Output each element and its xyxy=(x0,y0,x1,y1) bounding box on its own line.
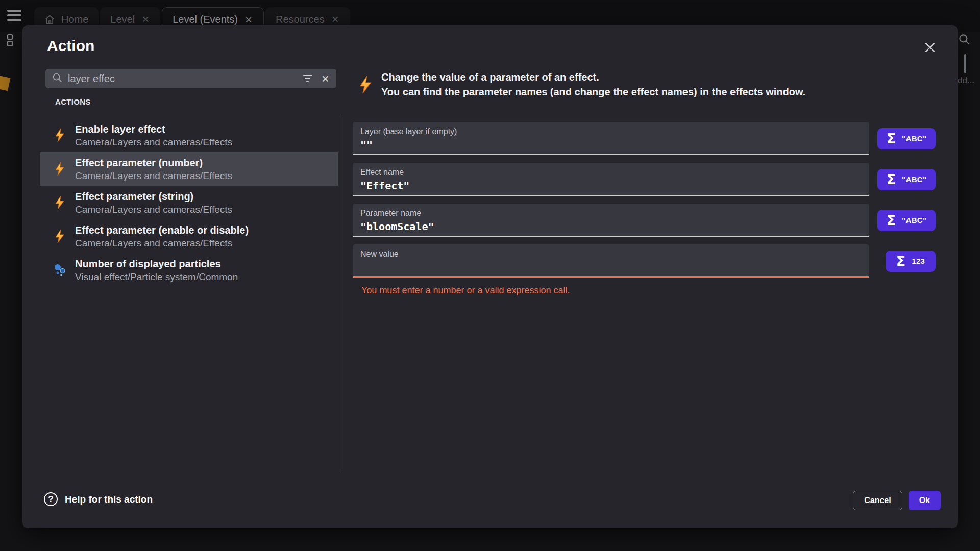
sigma-icon: Σ xyxy=(887,132,896,145)
action-list-item[interactable]: Effect parameter (number)Camera/Layers a… xyxy=(40,152,338,186)
expression-editor-button[interactable]: Σ123 xyxy=(886,251,936,272)
field-value: "bloomScale" xyxy=(360,219,862,234)
action-item-path: Camera/Layers and cameras/Effects xyxy=(75,169,232,182)
field-value: "" xyxy=(360,138,862,152)
dialog-close-icon[interactable] xyxy=(922,39,938,56)
expression-button-label: "ABC" xyxy=(902,175,926,184)
field-label: Effect name xyxy=(360,167,862,178)
action-item-path: Camera/Layers and cameras/Effects xyxy=(75,203,232,216)
lightning-icon xyxy=(357,76,374,96)
actions-list: Enable layer effectCamera/Layers and cam… xyxy=(40,118,338,287)
sigma-icon: Σ xyxy=(887,172,896,186)
parameter-field[interactable]: Layer (base layer if empty)"" xyxy=(353,122,869,155)
action-item-text: Effect parameter (string)Camera/Layers a… xyxy=(75,190,232,216)
field-label: Parameter name xyxy=(360,208,862,218)
action-item-title: Effect parameter (enable or disable) xyxy=(75,223,249,237)
action-item-title: Effect parameter (number) xyxy=(75,156,232,169)
field-group: New valueΣ123You must enter a number or … xyxy=(353,244,936,296)
action-dialog: Action × ACTIONS Enable layer effectCame… xyxy=(22,25,958,528)
action-item-path: Visual effect/Particle system/Common xyxy=(75,270,238,283)
field-row: Layer (base layer if empty)""Σ"ABC" xyxy=(353,122,936,155)
lightning-icon xyxy=(53,162,66,176)
field-group: Effect name"Effect"Σ"ABC" xyxy=(353,163,936,196)
ok-button[interactable]: Ok xyxy=(909,491,941,510)
panel-divider xyxy=(339,116,339,472)
field-row: Effect name"Effect"Σ"ABC" xyxy=(353,163,936,196)
field-group: Parameter name"bloomScale"Σ"ABC" xyxy=(353,204,936,237)
action-item-title: Number of displayed particles xyxy=(75,257,238,270)
expression-button-label: "ABC" xyxy=(902,216,926,224)
sigma-icon: Σ xyxy=(896,254,905,268)
action-item-title: Enable layer effect xyxy=(75,122,232,136)
field-row: Parameter name"bloomScale"Σ"ABC" xyxy=(353,204,936,237)
action-item-text: Enable layer effectCamera/Layers and cam… xyxy=(75,122,232,148)
action-list-item[interactable]: Effect parameter (string)Camera/Layers a… xyxy=(40,186,338,219)
parameter-field[interactable]: New value xyxy=(353,244,869,278)
field-group: Layer (base layer if empty)""Σ"ABC" xyxy=(353,122,936,155)
description-line-1: Change the value of a parameter of an ef… xyxy=(381,70,933,85)
sigma-icon: Σ xyxy=(887,213,896,227)
action-description: Change the value of a parameter of an ef… xyxy=(381,70,933,99)
particles-icon xyxy=(53,263,66,277)
field-label: New value xyxy=(360,249,862,259)
expression-editor-button[interactable]: Σ"ABC" xyxy=(877,169,936,190)
search-icon xyxy=(52,72,63,85)
expression-editor-button[interactable]: Σ"ABC" xyxy=(877,210,936,231)
lightning-icon xyxy=(53,195,66,210)
action-item-text: Effect parameter (number)Camera/Layers a… xyxy=(75,156,232,182)
parameter-fields: Layer (base layer if empty)""Σ"ABC"Effec… xyxy=(353,122,936,305)
help-label: Help for this action xyxy=(65,494,153,505)
expression-editor-button[interactable]: Σ"ABC" xyxy=(877,128,936,149)
field-label: Layer (base layer if empty) xyxy=(360,127,862,137)
action-item-path: Camera/Layers and cameras/Effects xyxy=(75,136,232,148)
action-list-item[interactable]: Number of displayed particlesVisual effe… xyxy=(40,253,338,287)
actions-section-label: ACTIONS xyxy=(55,97,91,106)
action-item-title: Effect parameter (string) xyxy=(75,190,232,203)
action-list-item[interactable]: Enable layer effectCamera/Layers and cam… xyxy=(40,118,338,152)
cancel-button[interactable]: Cancel xyxy=(853,491,902,510)
field-value: "Effect" xyxy=(360,179,862,193)
help-question-icon: ? xyxy=(44,492,58,506)
field-error-message: You must enter a number or a valid expre… xyxy=(361,285,936,296)
action-item-text: Number of displayed particlesVisual effe… xyxy=(75,257,238,283)
parameter-field[interactable]: Parameter name"bloomScale" xyxy=(353,204,869,237)
lightning-icon xyxy=(53,229,66,243)
action-search-bar: × xyxy=(45,69,336,88)
field-row: New valueΣ123 xyxy=(353,244,936,278)
parameter-field[interactable]: Effect name"Effect" xyxy=(353,163,869,196)
dialog-title: Action xyxy=(47,37,94,55)
field-value xyxy=(360,260,862,274)
clear-search-icon[interactable]: × xyxy=(320,70,331,87)
help-link[interactable]: ? Help for this action xyxy=(44,492,153,506)
filter-icon[interactable] xyxy=(301,73,314,85)
expression-button-label: 123 xyxy=(912,257,925,265)
search-input[interactable] xyxy=(68,73,301,85)
expression-button-label: "ABC" xyxy=(902,134,926,143)
description-line-2: You can find the parameter names (and ch… xyxy=(381,85,933,99)
action-item-text: Effect parameter (enable or disable)Came… xyxy=(75,223,249,249)
lightning-icon xyxy=(53,128,66,142)
action-list-item[interactable]: Effect parameter (enable or disable)Came… xyxy=(40,219,338,253)
dialog-footer-buttons: Cancel Ok xyxy=(853,491,941,510)
action-item-path: Camera/Layers and cameras/Effects xyxy=(75,237,249,249)
